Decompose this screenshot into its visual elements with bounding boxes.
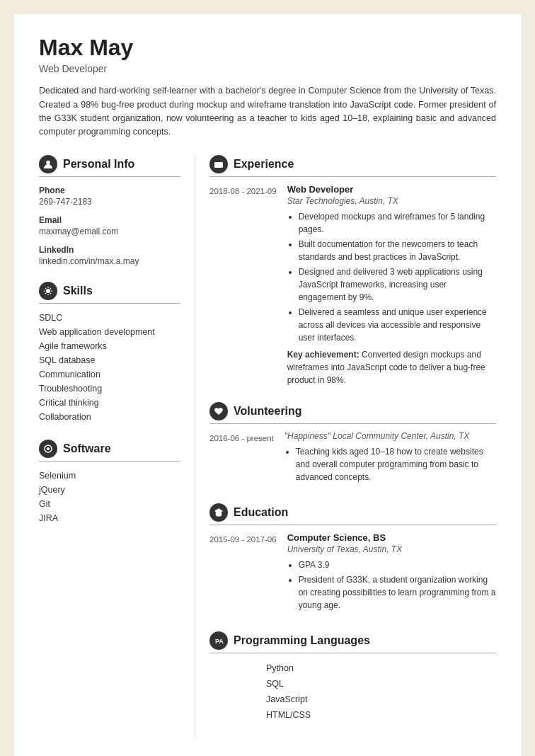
programming-header: PA Programming Languages	[209, 631, 496, 653]
personal-info-header: Personal Info	[39, 155, 180, 177]
exp-bullet: Delivered a seamless and unique user exp…	[299, 306, 496, 344]
vol-bullet: Teaching kids aged 10–18 how to create w…	[296, 445, 496, 483]
svg-point-3	[47, 447, 50, 450]
skill-item: Critical thinking	[39, 396, 180, 410]
exp-bullet: Developed mockups and wireframes for 5 l…	[299, 210, 496, 236]
summary-text: Dedicated and hard-working self-learner …	[39, 84, 496, 139]
skill-item: Collaboration	[39, 410, 180, 424]
skill-item: SDLC	[39, 311, 180, 325]
software-section: Software Selenium jQuery Git JIRA	[39, 440, 180, 525]
experience-section: Experience 2018-08 - 2021-09 Web Develop…	[209, 155, 496, 386]
personal-info-section: Personal Info Phone 269-747-2183 Email m…	[39, 155, 180, 266]
edu-school: University of Texas, Austin, TX	[287, 544, 496, 554]
skill-item: SQL database	[39, 353, 180, 367]
skills-header: Skills	[39, 282, 180, 304]
education-entry: 2015-09 - 2017-06 Computer Science, BS U…	[209, 532, 496, 616]
education-header: Education	[209, 503, 496, 525]
education-section: Education 2015-09 - 2017-06 Computer Sci…	[209, 503, 496, 616]
vol-bullets: Teaching kids aged 10–18 how to create w…	[284, 445, 496, 483]
svg-point-0	[46, 160, 50, 164]
lang-item: HTML/CSS	[266, 707, 496, 723]
programming-icon: PA	[209, 631, 228, 650]
exp-role: Web Developer	[287, 184, 496, 195]
exp-achievement-label: Key achievement:	[287, 350, 359, 360]
two-col-layout: Personal Info Phone 269-747-2183 Email m…	[39, 155, 496, 738]
exp-bullet: Built documentation for the newcomers to…	[299, 238, 496, 263]
exp-bullets: Developed mockups and wireframes for 5 l…	[287, 210, 496, 344]
volunteering-icon	[209, 402, 228, 420]
skill-item: Web application development	[39, 325, 180, 339]
software-item: Git	[39, 497, 180, 511]
linkedin-value: linkedin.com/in/max.a.may	[39, 256, 180, 266]
software-header: Software	[39, 440, 180, 462]
header: Max May Web Developer	[39, 35, 496, 74]
software-icon	[39, 440, 57, 458]
svg-rect-4	[214, 162, 223, 168]
exp-achievement: Key achievement: Converted design mockup…	[287, 348, 496, 386]
prog-lang-list: Python SQL JavaScript HTML/CSS	[209, 660, 496, 723]
volunteering-section: Volunteering 2016-06 - present "Happines…	[209, 402, 496, 488]
linkedin-label: LinkedIn	[39, 245, 180, 255]
software-item: JIRA	[39, 511, 180, 525]
skill-item: Agile frameworks	[39, 339, 180, 353]
software-title: Software	[63, 442, 111, 455]
edu-bullets: GPA 3.9 President of G33K, a student org…	[287, 559, 496, 612]
person-icon	[39, 155, 57, 173]
skill-item: Communication	[39, 367, 180, 382]
candidate-title: Web Developer	[39, 63, 496, 74]
edu-degree: Computer Science, BS	[287, 532, 496, 543]
software-item: Selenium	[39, 469, 180, 483]
lang-item: JavaScript	[266, 692, 496, 707]
skill-item: Troubleshooting	[39, 382, 180, 396]
email-label: Email	[39, 215, 180, 225]
svg-text:PA: PA	[215, 638, 224, 645]
experience-entry: 2018-08 - 2021-09 Web Developer Star Tec…	[209, 184, 496, 386]
software-list: Selenium jQuery Git JIRA	[39, 469, 180, 525]
software-item: jQuery	[39, 483, 180, 497]
vol-content: "Happiness" Local Community Center, Aust…	[284, 431, 496, 488]
volunteering-entry: 2016-06 - present "Happiness" Local Comm…	[209, 431, 496, 488]
programming-title: Programming Languages	[234, 634, 370, 647]
skills-list: SDLC Web application development Agile f…	[39, 311, 180, 424]
lang-item: Python	[266, 660, 496, 676]
edu-bullet: President of G33K, a student organizatio…	[299, 573, 496, 612]
right-column: Experience 2018-08 - 2021-09 Web Develop…	[195, 155, 496, 738]
candidate-name: Max May	[39, 35, 496, 60]
personal-info-title: Personal Info	[63, 158, 134, 171]
exp-date: 2018-08 - 2021-09	[209, 184, 277, 386]
volunteering-header: Volunteering	[209, 402, 496, 424]
vol-date: 2016-06 - present	[209, 431, 274, 488]
skills-icon	[39, 282, 57, 300]
edu-content: Computer Science, BS University of Texas…	[287, 532, 496, 616]
experience-title: Experience	[234, 158, 294, 171]
phone-label: Phone	[39, 185, 180, 195]
lang-item: SQL	[266, 676, 496, 692]
vol-company: "Happiness" Local Community Center, Aust…	[284, 431, 496, 441]
exp-content: Web Developer Star Technologies, Austin,…	[287, 184, 496, 386]
exp-company: Star Technologies, Austin, TX	[287, 196, 496, 206]
education-icon	[209, 503, 228, 522]
edu-date: 2015-09 - 2017-06	[209, 532, 277, 616]
svg-point-1	[46, 289, 50, 293]
volunteering-title: Volunteering	[234, 405, 302, 418]
skills-title: Skills	[63, 285, 93, 297]
edu-bullet: GPA 3.9	[299, 559, 496, 571]
experience-header: Experience	[209, 155, 496, 177]
exp-bullet: Designed and delivered 3 web application…	[299, 265, 496, 304]
programming-section: PA Programming Languages Python SQL Java…	[209, 631, 496, 723]
left-column: Personal Info Phone 269-747-2183 Email m…	[39, 155, 195, 738]
education-title: Education	[234, 506, 288, 519]
resume-container: Max May Web Developer Dedicated and hard…	[14, 14, 521, 756]
phone-value: 269-747-2183	[39, 197, 180, 207]
email-value: maxmay@email.com	[39, 227, 180, 236]
experience-icon	[209, 155, 228, 173]
skills-section: Skills SDLC Web application development …	[39, 282, 180, 424]
